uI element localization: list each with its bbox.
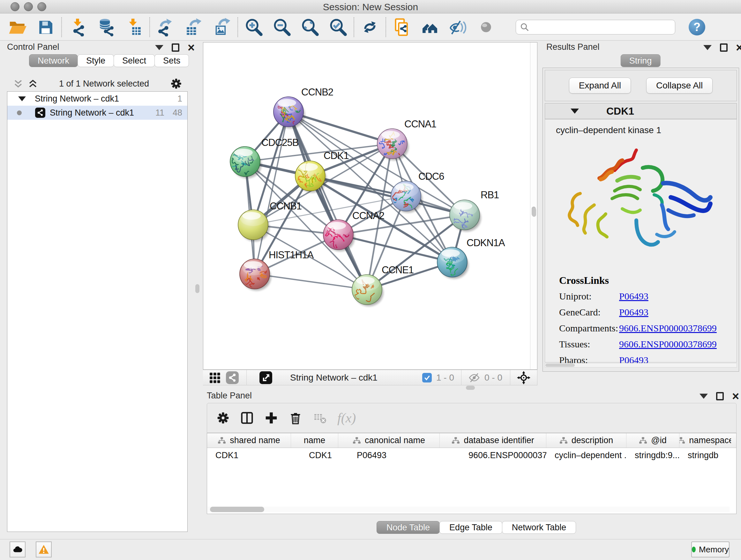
network-node-CDK1[interactable] xyxy=(295,161,327,192)
string-results-box: Expand All Collapse All CDK1 cyclin–depe… xyxy=(542,68,739,372)
table-header-row: shared name name canonical name database… xyxy=(207,433,736,448)
node-section-header[interactable]: CDK1 xyxy=(545,103,737,119)
results-panel: Results Panel × String Expand All Collap… xyxy=(541,42,741,388)
network-row-selected[interactable]: String Network – cdk1 11 48 xyxy=(7,106,187,120)
network-node-RB1[interactable] xyxy=(450,200,481,233)
tab-node-table[interactable]: Node Table xyxy=(377,521,440,534)
column-header-canonical-name[interactable]: canonical name xyxy=(338,433,440,448)
toolbar-separator xyxy=(238,17,238,37)
zoom-fit-button[interactable] xyxy=(299,17,320,38)
table-row[interactable]: CDK1 CDK1 P06493 9606.ENSP00000378699 cy… xyxy=(207,448,736,462)
network-node-CDC25B[interactable] xyxy=(226,146,261,178)
left-splitter-handle[interactable] xyxy=(195,284,199,293)
tab-style[interactable]: Style xyxy=(77,54,114,67)
expand-all-button[interactable]: Expand All xyxy=(569,78,631,94)
birdseye-crosshair-icon[interactable] xyxy=(517,371,531,385)
node-count: 11 xyxy=(155,108,164,118)
show-graphics-button[interactable] xyxy=(475,17,496,38)
panel-menu-icon[interactable] xyxy=(699,394,708,399)
warning-status-button[interactable] xyxy=(36,542,52,557)
duplicate-network-button[interactable] xyxy=(391,17,412,38)
tab-select[interactable]: Select xyxy=(114,54,155,67)
delete-table-icon xyxy=(313,410,328,426)
tab-sets[interactable]: Sets xyxy=(154,54,189,67)
node-label-CCNA2: CCNA2 xyxy=(352,210,384,221)
import-network-from-database-button[interactable] xyxy=(95,17,116,38)
column-header-id[interactable]: @id xyxy=(626,433,679,448)
collapse-all-networks-icon[interactable] xyxy=(13,78,23,89)
column-header-namespace[interactable]: namespace xyxy=(679,433,731,448)
network-selection-status: 1 of 1 Network selected xyxy=(38,79,170,89)
network-node-CCNE1[interactable] xyxy=(351,274,383,306)
network-collection-row[interactable]: String Network – cdk1 1 xyxy=(7,91,187,106)
crosslink-uniprot-link[interactable]: P06493 xyxy=(619,291,649,302)
open-in-window-icon[interactable] xyxy=(259,371,272,384)
search-input[interactable] xyxy=(532,22,671,32)
panel-close-icon[interactable]: × xyxy=(736,44,741,52)
tree-expander-icon[interactable] xyxy=(18,97,26,101)
network-node-CDKN1A[interactable] xyxy=(437,247,468,279)
network-canvas[interactable]: CCNB2CCNA1CDC25BCDK1CDC6RB1CCNB1CCNA2CDK… xyxy=(203,43,530,369)
right-splitter-handle[interactable] xyxy=(532,208,536,217)
column-header-description[interactable]: description xyxy=(546,433,626,448)
houses-button[interactable] xyxy=(419,17,441,38)
add-column-icon[interactable] xyxy=(264,411,279,425)
zoom-out-button[interactable] xyxy=(271,17,292,38)
crosslink-compartments-link[interactable]: 9606.ENSP00000378699 xyxy=(619,323,717,334)
network-options-gear-icon[interactable] xyxy=(170,77,183,90)
expand-all-networks-icon[interactable] xyxy=(27,78,38,89)
network-share-gray-icon[interactable] xyxy=(226,371,239,384)
scrollbar-thumb[interactable] xyxy=(210,507,264,512)
export-image-icon xyxy=(212,18,231,37)
node-label-CCNE1: CCNE1 xyxy=(382,264,414,275)
table-horizontal-scrollbar[interactable] xyxy=(207,507,730,512)
show-columns-icon[interactable] xyxy=(240,411,254,425)
bottom-splitter-handle[interactable] xyxy=(466,386,475,390)
sitemap-icon xyxy=(353,437,361,444)
zoom-selected-button[interactable] xyxy=(327,17,348,38)
selected-checkbox-icon[interactable] xyxy=(422,373,432,382)
panel-close-icon[interactable]: × xyxy=(732,392,739,400)
delete-column-trash-icon[interactable] xyxy=(288,411,303,425)
panel-float-icon[interactable] xyxy=(720,44,728,52)
network-node-CCNA2[interactable] xyxy=(323,220,354,251)
grid-view-icon[interactable] xyxy=(209,372,221,384)
column-header-database-identifier[interactable]: database identifier xyxy=(440,433,546,448)
save-session-button[interactable] xyxy=(35,17,56,38)
panel-float-icon[interactable] xyxy=(716,392,724,400)
help-button[interactable]: ? xyxy=(689,19,705,36)
crosslink-tissues-link[interactable]: 9606.ENSP00000378699 xyxy=(619,339,717,350)
network-node-HIST1H1A[interactable] xyxy=(240,259,271,291)
tab-network[interactable]: Network xyxy=(29,54,78,67)
section-collapse-icon[interactable] xyxy=(570,109,579,114)
network-vertical-scrollbar[interactable] xyxy=(530,43,537,369)
crosslink-genecard-link[interactable]: P06493 xyxy=(619,307,649,318)
hide-labels-button[interactable] xyxy=(448,17,468,38)
memory-button[interactable]: Memory xyxy=(691,542,730,557)
panel-close-icon[interactable]: × xyxy=(188,44,195,52)
cloud-status-button[interactable] xyxy=(10,542,25,557)
network-node-CDC6[interactable] xyxy=(391,181,422,212)
export-network-button[interactable] xyxy=(155,17,176,38)
panel-menu-icon[interactable] xyxy=(703,45,712,50)
import-network-button[interactable] xyxy=(67,17,88,38)
refresh-icon xyxy=(361,18,379,36)
panel-float-icon[interactable] xyxy=(172,44,179,52)
open-session-button[interactable] xyxy=(7,17,28,38)
export-table-button[interactable] xyxy=(183,17,204,38)
refresh-button[interactable] xyxy=(359,17,381,38)
import-table-button[interactable] xyxy=(123,17,144,38)
tab-network-table[interactable]: Network Table xyxy=(502,521,576,534)
export-image-button[interactable] xyxy=(211,17,232,38)
zoom-in-button[interactable] xyxy=(243,17,264,38)
panel-menu-icon[interactable] xyxy=(155,45,163,50)
node-table: shared name name canonical name database… xyxy=(207,433,737,514)
results-horizontal-scrollbar[interactable] xyxy=(545,363,737,368)
scrollbar-thumb[interactable] xyxy=(545,364,575,367)
table-settings-gear-icon[interactable] xyxy=(216,411,230,425)
column-header-name[interactable]: name xyxy=(291,433,338,448)
collapse-all-button[interactable]: Collapse All xyxy=(646,78,713,94)
tab-string[interactable]: String xyxy=(621,54,661,67)
tab-edge-table[interactable]: Edge Table xyxy=(440,521,502,534)
column-header-shared-name[interactable]: shared name xyxy=(207,433,291,448)
